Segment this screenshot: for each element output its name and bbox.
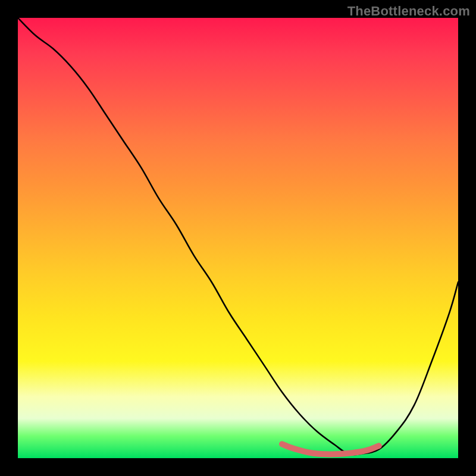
chart-area xyxy=(18,18,458,458)
bottom-marker-path xyxy=(282,444,379,454)
bottleneck-curve-svg xyxy=(18,18,458,458)
bottleneck-curve-path xyxy=(18,18,458,455)
watermark-text: TheBottleneck.com xyxy=(347,4,470,19)
